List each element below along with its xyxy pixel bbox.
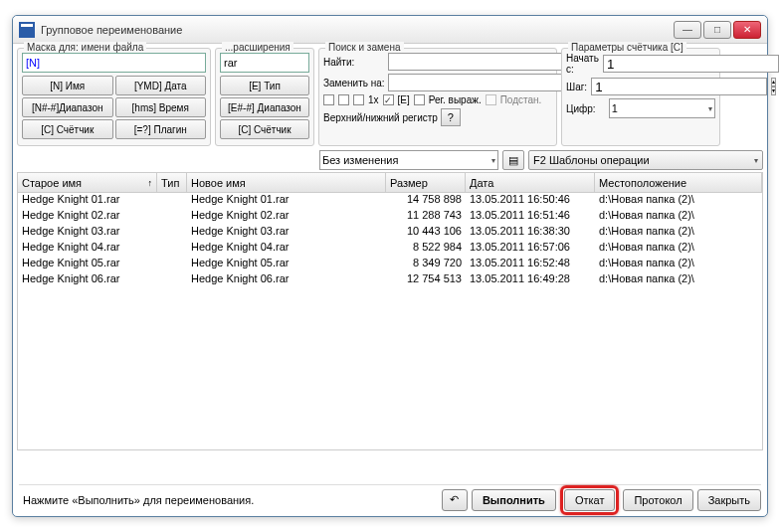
step-spinner[interactable]: ▴▾ xyxy=(771,78,776,95)
col-date[interactable]: Дата xyxy=(466,173,595,192)
search-group: Поиск и замена Найти: ▾ Заменить на: ▾ 1… xyxy=(318,48,557,146)
ext-group-title: ...расширения xyxy=(222,42,293,53)
cell-new: Hedge Knight 05.rar xyxy=(187,257,386,272)
cell-size: 12 754 513 xyxy=(386,272,466,288)
search-group-title: Поиск и замена xyxy=(325,42,404,53)
table-row[interactable]: Hedge Knight 04.rarHedge Knight 04.rar8 … xyxy=(18,241,762,257)
cell-old: Hedge Knight 06.rar xyxy=(18,272,157,288)
find-label: Найти: xyxy=(323,57,385,68)
cell-type xyxy=(157,257,187,272)
table-row[interactable]: Hedge Knight 01.rarHedge Knight 01.rar14… xyxy=(18,193,762,209)
mask-btn-name[interactable]: [N] Имя xyxy=(22,76,113,95)
mask-btn-range[interactable]: [N#-#]Диапазон xyxy=(22,97,113,117)
cell-type xyxy=(157,209,187,225)
find-input[interactable] xyxy=(388,53,562,71)
mask-group: Маска для: имени файла [N] Имя [YMD] Дат… xyxy=(17,48,211,146)
cell-loc: d:\Новая папка (2)\ xyxy=(595,209,762,225)
mask-btn-counter[interactable]: [C] Счётчик xyxy=(22,119,113,139)
col-new[interactable]: Новое имя xyxy=(187,173,386,192)
close-footer-button[interactable]: Закрыть xyxy=(697,489,761,511)
cell-old: Hedge Knight 02.rar xyxy=(18,209,157,225)
minimize-button[interactable]: — xyxy=(674,21,701,39)
close-button[interactable]: ✕ xyxy=(733,21,761,39)
ext-btn-range[interactable]: [E#-#] Диапазон xyxy=(220,97,309,117)
step-input[interactable] xyxy=(591,78,767,95)
rename-dialog: Групповое переименование — □ ✕ Маска для… xyxy=(12,15,768,517)
cell-date: 13.05.2011 16:51:46 xyxy=(466,209,595,225)
undo-button[interactable]: ↶ xyxy=(442,489,468,511)
mask-btn-time[interactable]: [hms] Время xyxy=(115,97,207,117)
sort-up-icon: ↑ xyxy=(148,178,153,188)
cell-date: 13.05.2011 16:50:46 xyxy=(466,193,595,209)
mask-input[interactable] xyxy=(22,53,206,73)
cell-new: Hedge Knight 06.rar xyxy=(187,272,386,288)
doc-icon-button[interactable]: ▤ xyxy=(502,150,524,170)
cell-new: Hedge Knight 02.rar xyxy=(187,209,386,225)
protocol-button[interactable]: Протокол xyxy=(623,489,692,511)
chk-1x[interactable] xyxy=(353,94,364,105)
cell-date: 13.05.2011 16:49:28 xyxy=(466,272,595,288)
cell-old: Hedge Knight 01.rar xyxy=(18,193,157,209)
help-button[interactable]: ? xyxy=(441,108,461,126)
cell-size: 8 349 720 xyxy=(386,257,466,272)
digits-label: Цифр: xyxy=(566,103,605,114)
cell-type xyxy=(157,272,187,288)
chk-empty2[interactable] xyxy=(338,94,349,105)
chk-empty1[interactable] xyxy=(323,94,334,105)
counter-group: Параметры счётчика [C] Начать с: ▴▾ Шаг:… xyxy=(561,48,720,146)
cell-size: 11 288 743 xyxy=(386,209,466,225)
cell-new: Hedge Knight 04.rar xyxy=(187,241,386,257)
chk-regex[interactable] xyxy=(414,94,425,105)
file-table: Старое имя↑ Тип Новое имя Размер Дата Ме… xyxy=(17,172,763,450)
cell-size: 8 522 984 xyxy=(386,241,466,257)
ext-input[interactable] xyxy=(220,53,309,73)
counter-group-title: Параметры счётчика [C] xyxy=(568,42,686,53)
rollback-button[interactable]: Откат xyxy=(564,489,616,511)
table-row[interactable]: Hedge Knight 05.rarHedge Knight 05.rar8 … xyxy=(18,257,762,272)
cell-loc: d:\Новая папка (2)\ xyxy=(595,193,762,209)
mask-btn-date[interactable]: [YMD] Дата xyxy=(115,76,207,95)
col-size[interactable]: Размер xyxy=(386,173,466,192)
cell-old: Hedge Knight 05.rar xyxy=(18,257,157,272)
mask-group-title: Маска для: имени файла xyxy=(24,42,146,53)
col-loc[interactable]: Местоположение xyxy=(595,173,762,192)
cell-old: Hedge Knight 04.rar xyxy=(18,241,157,257)
cell-loc: d:\Новая папка (2)\ xyxy=(595,241,762,257)
table-row[interactable]: Hedge Knight 02.rarHedge Knight 02.rar11… xyxy=(18,209,762,225)
chk-sub[interactable] xyxy=(486,94,496,105)
table-row[interactable]: Hedge Knight 03.rarHedge Knight 03.rar10… xyxy=(18,225,762,241)
chk-e[interactable]: ✓ xyxy=(383,94,394,105)
col-old[interactable]: Старое имя↑ xyxy=(18,173,157,192)
cell-size: 14 758 898 xyxy=(386,193,466,209)
start-label: Начать с: xyxy=(566,53,599,75)
app-icon xyxy=(19,22,35,38)
mask-btn-plugin[interactable]: [=?] Плагин xyxy=(115,119,207,139)
digits-select[interactable]: 1▾ xyxy=(609,98,715,118)
execute-button[interactable]: Выполнить xyxy=(472,489,556,511)
col-type[interactable]: Тип xyxy=(157,173,187,192)
case-label: Верхний/нижний регистр xyxy=(323,112,438,123)
start-input[interactable] xyxy=(603,55,779,73)
step-label: Шаг: xyxy=(566,82,587,92)
replace-input[interactable] xyxy=(388,74,562,91)
rollback-highlight: Откат xyxy=(560,485,620,515)
footer-hint: Нажмите «Выполнить» для переименования. xyxy=(19,494,438,506)
cell-loc: d:\Новая папка (2)\ xyxy=(595,225,762,241)
case-select[interactable]: Без изменения▾ xyxy=(319,150,498,170)
maximize-button[interactable]: □ xyxy=(703,21,731,39)
cell-old: Hedge Knight 03.rar xyxy=(18,225,157,241)
cell-loc: d:\Новая папка (2)\ xyxy=(595,257,762,272)
titlebar[interactable]: Групповое переименование — □ ✕ xyxy=(13,16,767,44)
f2-templates-button[interactable]: F2 Шаблоны операции▾ xyxy=(528,150,763,170)
ext-group: ...расширения [E] Тип [E#-#] Диапазон [C… xyxy=(215,48,314,146)
table-row[interactable]: Hedge Knight 06.rarHedge Knight 06.rar12… xyxy=(18,272,762,288)
window-title: Групповое переименование xyxy=(41,24,674,36)
replace-label: Заменить на: xyxy=(323,78,385,89)
cell-date: 13.05.2011 16:38:30 xyxy=(466,225,595,241)
ext-btn-type[interactable]: [E] Тип xyxy=(220,76,309,95)
cell-date: 13.05.2011 16:52:48 xyxy=(466,257,595,272)
cell-type xyxy=(157,241,187,257)
ext-btn-counter[interactable]: [C] Счётчик xyxy=(220,119,309,139)
cell-type xyxy=(157,193,187,209)
cell-new: Hedge Knight 01.rar xyxy=(187,193,386,209)
